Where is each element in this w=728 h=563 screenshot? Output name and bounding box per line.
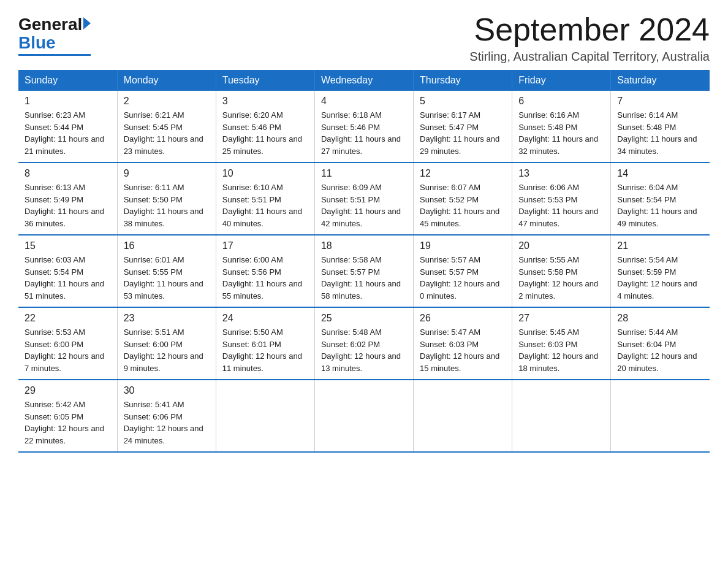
- calendar-week-row: 8 Sunrise: 6:13 AMSunset: 5:49 PMDayligh…: [18, 163, 710, 235]
- day-info: Sunrise: 6:09 AMSunset: 5:51 PMDaylight:…: [321, 182, 407, 229]
- calendar-week-row: 15 Sunrise: 6:03 AMSunset: 5:54 PMDaylig…: [18, 235, 710, 307]
- day-info: Sunrise: 5:42 AMSunset: 6:05 PMDaylight:…: [25, 399, 111, 446]
- day-info: Sunrise: 5:47 AMSunset: 6:03 PMDaylight:…: [420, 326, 506, 374]
- calendar-cell: 20 Sunrise: 5:55 AMSunset: 5:58 PMDaylig…: [512, 235, 611, 307]
- day-number: 17: [222, 240, 308, 251]
- day-number: 5: [420, 96, 506, 107]
- calendar-cell: 15 Sunrise: 6:03 AMSunset: 5:54 PMDaylig…: [18, 235, 117, 307]
- calendar-cell: 25 Sunrise: 5:48 AMSunset: 6:02 PMDaylig…: [314, 307, 413, 380]
- day-info: Sunrise: 5:55 AMSunset: 5:58 PMDaylight:…: [518, 254, 604, 302]
- calendar-cell: 28 Sunrise: 5:44 AMSunset: 6:04 PMDaylig…: [611, 307, 710, 380]
- header: General Blue September 2024 Stirling, Au…: [18, 12, 710, 64]
- calendar-cell: 8 Sunrise: 6:13 AMSunset: 5:49 PMDayligh…: [18, 163, 117, 235]
- calendar-cell: 7 Sunrise: 6:14 AMSunset: 5:48 PMDayligh…: [611, 91, 710, 163]
- calendar-cell: 6 Sunrise: 6:16 AMSunset: 5:48 PMDayligh…: [512, 91, 611, 163]
- day-number: 19: [420, 240, 506, 251]
- logo-general-text: General: [18, 16, 82, 33]
- calendar-cell: 9 Sunrise: 6:11 AMSunset: 5:50 PMDayligh…: [117, 163, 216, 235]
- day-number: 13: [518, 168, 604, 179]
- calendar-cell: 13 Sunrise: 6:06 AMSunset: 5:53 PMDaylig…: [512, 163, 611, 235]
- day-info: Sunrise: 6:01 AMSunset: 5:55 PMDaylight:…: [124, 254, 210, 302]
- weekday-header-friday: Friday: [512, 70, 611, 91]
- day-number: 3: [222, 96, 308, 107]
- day-info: Sunrise: 5:54 AMSunset: 5:59 PMDaylight:…: [617, 254, 703, 302]
- calendar-cell: 3 Sunrise: 6:20 AMSunset: 5:46 PMDayligh…: [216, 91, 314, 163]
- day-number: 9: [124, 168, 210, 179]
- calendar-cell: 22 Sunrise: 5:53 AMSunset: 6:00 PMDaylig…: [18, 307, 117, 380]
- day-info: Sunrise: 6:23 AMSunset: 5:44 PMDaylight:…: [25, 109, 111, 157]
- day-info: Sunrise: 6:03 AMSunset: 5:54 PMDaylight:…: [25, 254, 111, 302]
- day-number: 1: [25, 96, 111, 107]
- day-number: 15: [25, 240, 111, 251]
- day-number: 29: [25, 385, 111, 396]
- calendar-week-row: 29 Sunrise: 5:42 AMSunset: 6:05 PMDaylig…: [18, 380, 710, 452]
- day-number: 11: [321, 168, 407, 179]
- day-number: 14: [617, 168, 703, 179]
- calendar-cell: 30 Sunrise: 5:41 AMSunset: 6:06 PMDaylig…: [117, 380, 216, 452]
- calendar-cell: 27 Sunrise: 5:45 AMSunset: 6:03 PMDaylig…: [512, 307, 611, 380]
- logo-blue-text: Blue: [18, 33, 56, 53]
- day-number: 28: [617, 313, 703, 324]
- weekday-header-tuesday: Tuesday: [216, 70, 314, 91]
- day-info: Sunrise: 5:53 AMSunset: 6:00 PMDaylight:…: [25, 326, 111, 374]
- calendar-cell: 14 Sunrise: 6:04 AMSunset: 5:54 PMDaylig…: [611, 163, 710, 235]
- weekday-header-sunday: Sunday: [18, 70, 117, 91]
- calendar-cell: [512, 380, 611, 452]
- day-number: 2: [124, 96, 210, 107]
- month-title: September 2024: [469, 12, 710, 47]
- day-info: Sunrise: 6:07 AMSunset: 5:52 PMDaylight:…: [420, 182, 506, 229]
- calendar-cell: 5 Sunrise: 6:17 AMSunset: 5:47 PMDayligh…: [414, 91, 512, 163]
- day-info: Sunrise: 6:16 AMSunset: 5:48 PMDaylight:…: [518, 109, 604, 157]
- day-number: 21: [617, 240, 703, 251]
- weekday-header-thursday: Thursday: [414, 70, 512, 91]
- day-info: Sunrise: 6:00 AMSunset: 5:56 PMDaylight:…: [222, 254, 308, 302]
- calendar-week-row: 1 Sunrise: 6:23 AMSunset: 5:44 PMDayligh…: [18, 91, 710, 163]
- calendar-cell: 24 Sunrise: 5:50 AMSunset: 6:01 PMDaylig…: [216, 307, 314, 380]
- day-info: Sunrise: 6:20 AMSunset: 5:46 PMDaylight:…: [222, 109, 308, 157]
- day-info: Sunrise: 5:50 AMSunset: 6:01 PMDaylight:…: [222, 326, 308, 374]
- title-area: September 2024 Stirling, Australian Capi…: [469, 12, 710, 64]
- day-info: Sunrise: 5:58 AMSunset: 5:57 PMDaylight:…: [321, 254, 407, 302]
- day-number: 22: [25, 313, 111, 324]
- calendar-cell: [216, 380, 314, 452]
- calendar-cell: [414, 380, 512, 452]
- day-info: Sunrise: 5:45 AMSunset: 6:03 PMDaylight:…: [518, 326, 604, 374]
- calendar-cell: 19 Sunrise: 5:57 AMSunset: 5:57 PMDaylig…: [414, 235, 512, 307]
- day-info: Sunrise: 6:14 AMSunset: 5:48 PMDaylight:…: [617, 109, 703, 157]
- day-info: Sunrise: 5:51 AMSunset: 6:00 PMDaylight:…: [124, 326, 210, 374]
- calendar-cell: [611, 380, 710, 452]
- day-info: Sunrise: 5:44 AMSunset: 6:04 PMDaylight:…: [617, 326, 703, 374]
- day-number: 7: [617, 96, 703, 107]
- day-info: Sunrise: 6:06 AMSunset: 5:53 PMDaylight:…: [518, 182, 604, 229]
- day-number: 27: [518, 313, 604, 324]
- day-number: 23: [124, 313, 210, 324]
- day-number: 25: [321, 313, 407, 324]
- day-info: Sunrise: 6:04 AMSunset: 5:54 PMDaylight:…: [617, 182, 703, 229]
- day-number: 4: [321, 96, 407, 107]
- day-info: Sunrise: 5:48 AMSunset: 6:02 PMDaylight:…: [321, 326, 407, 374]
- day-number: 16: [124, 240, 210, 251]
- day-number: 26: [420, 313, 506, 324]
- calendar-cell: 29 Sunrise: 5:42 AMSunset: 6:05 PMDaylig…: [18, 380, 117, 452]
- day-info: Sunrise: 6:18 AMSunset: 5:46 PMDaylight:…: [321, 109, 407, 157]
- location-title: Stirling, Australian Capital Territory, …: [469, 50, 710, 64]
- weekday-header-row: SundayMondayTuesdayWednesdayThursdayFrid…: [18, 70, 710, 91]
- weekday-header-wednesday: Wednesday: [314, 70, 413, 91]
- calendar-cell: 26 Sunrise: 5:47 AMSunset: 6:03 PMDaylig…: [414, 307, 512, 380]
- day-info: Sunrise: 6:21 AMSunset: 5:45 PMDaylight:…: [124, 109, 210, 157]
- calendar-cell: 16 Sunrise: 6:01 AMSunset: 5:55 PMDaylig…: [117, 235, 216, 307]
- day-info: Sunrise: 6:13 AMSunset: 5:49 PMDaylight:…: [25, 182, 111, 229]
- calendar-cell: 23 Sunrise: 5:51 AMSunset: 6:00 PMDaylig…: [117, 307, 216, 380]
- day-info: Sunrise: 5:41 AMSunset: 6:06 PMDaylight:…: [124, 399, 210, 446]
- calendar-cell: 17 Sunrise: 6:00 AMSunset: 5:56 PMDaylig…: [216, 235, 314, 307]
- day-number: 30: [124, 385, 210, 396]
- logo: General Blue: [18, 12, 91, 56]
- day-info: Sunrise: 6:11 AMSunset: 5:50 PMDaylight:…: [124, 182, 210, 229]
- calendar-cell: 4 Sunrise: 6:18 AMSunset: 5:46 PMDayligh…: [314, 91, 413, 163]
- calendar-cell: 11 Sunrise: 6:09 AMSunset: 5:51 PMDaylig…: [314, 163, 413, 235]
- calendar-cell: 18 Sunrise: 5:58 AMSunset: 5:57 PMDaylig…: [314, 235, 413, 307]
- calendar-cell: 2 Sunrise: 6:21 AMSunset: 5:45 PMDayligh…: [117, 91, 216, 163]
- day-number: 18: [321, 240, 407, 251]
- day-number: 8: [25, 168, 111, 179]
- calendar-cell: 21 Sunrise: 5:54 AMSunset: 5:59 PMDaylig…: [611, 235, 710, 307]
